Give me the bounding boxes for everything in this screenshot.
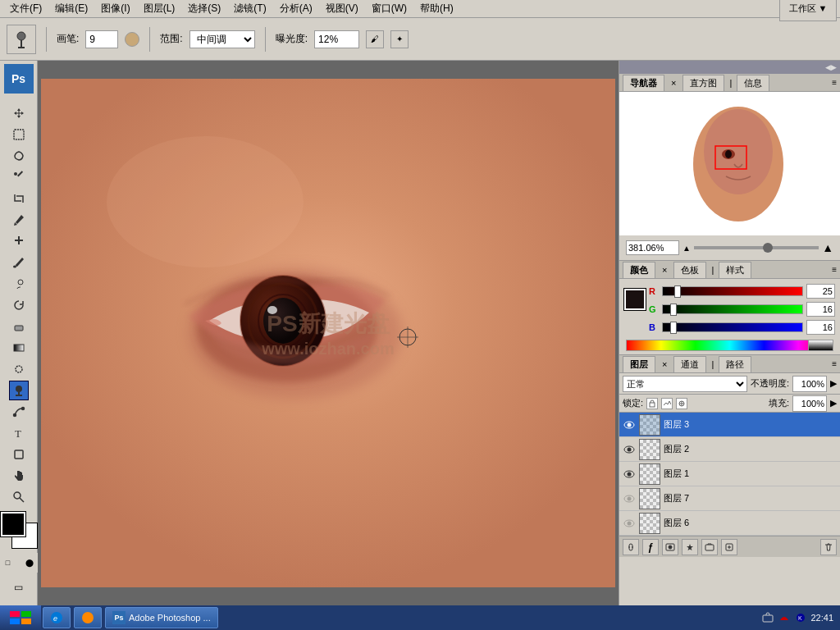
menu-file[interactable]: 文件(F) (3, 0, 48, 17)
layer-7-visibility[interactable] (623, 492, 636, 505)
range-select[interactable]: 中间调 阴影 高光 (189, 30, 255, 48)
foreground-color-swatch[interactable] (1, 512, 25, 536)
layer-1-thumb (639, 463, 660, 485)
tab-layers[interactable]: 图层 (623, 356, 655, 372)
layer-mask-btn[interactable] (662, 539, 678, 555)
lock-image-btn[interactable] (661, 398, 673, 409)
menu-select[interactable]: 选择(S) (181, 0, 227, 17)
brush-size-input[interactable] (85, 30, 118, 48)
tab-swatches[interactable]: 色板 (673, 262, 706, 278)
eraser-tool[interactable] (9, 317, 29, 336)
lock-label: 锁定: (623, 397, 643, 409)
magic-wand-tool[interactable] (9, 167, 29, 187)
lock-transparent-btn[interactable] (646, 398, 658, 409)
history-brush-tool[interactable] (9, 295, 29, 315)
layer-2-visibility[interactable] (623, 443, 636, 456)
menu-image[interactable]: 图像(I) (94, 0, 136, 17)
lasso-tool[interactable] (9, 146, 29, 166)
b-slider-thumb[interactable] (670, 322, 677, 334)
layer-item-1[interactable]: 图层 1 (619, 462, 840, 486)
menu-window[interactable]: 窗口(W) (365, 0, 413, 17)
opacity-arrow[interactable]: ▶ (830, 378, 837, 389)
layer-item-2[interactable]: 图层 2 (619, 437, 840, 462)
g-slider-thumb[interactable] (670, 304, 677, 316)
canvas-area[interactable]: PS新建光盘 www.iozhan.com (38, 61, 619, 605)
nav-panel-menu[interactable]: ≡ (832, 78, 837, 87)
path-tool[interactable] (9, 402, 29, 422)
layer-group-btn[interactable] (701, 539, 718, 555)
layer-new-btn[interactable] (721, 539, 737, 555)
shape-tool[interactable] (9, 445, 29, 464)
taskbar-item-media[interactable] (74, 607, 102, 628)
healing-tool[interactable] (9, 231, 29, 251)
tab-info[interactable]: 信息 (737, 75, 769, 91)
collapse-btn-1[interactable]: ◀▶ (825, 63, 837, 71)
menu-filter[interactable]: 滤镜(T) (227, 0, 272, 17)
svg-point-48 (628, 472, 632, 476)
layers-panel-menu[interactable]: ≡ (832, 359, 837, 368)
tab-color[interactable]: 颜色 (623, 262, 655, 278)
layer-1-visibility[interactable] (623, 468, 636, 481)
menu-analyze[interactable]: 分析(A) (273, 0, 319, 17)
screen-mode[interactable]: ▭ (9, 578, 29, 597)
layer-3-visibility[interactable] (623, 418, 636, 431)
r-slider-thumb[interactable] (674, 285, 681, 298)
tray-icon-kaspersky: K (794, 611, 807, 624)
taskbar-item-ps[interactable]: Ps Adobe Photoshop ... (105, 607, 218, 628)
g-value-input[interactable]: 16 (806, 302, 835, 317)
selection-tool[interactable] (9, 125, 29, 144)
exposure-input[interactable] (314, 30, 359, 48)
tab-histogram[interactable]: 直方图 (682, 75, 724, 91)
color-fg-swatch[interactable] (624, 289, 646, 310)
tool-row-7 (9, 231, 29, 251)
layer-delete-btn[interactable] (820, 539, 837, 555)
blend-mode-select[interactable]: 正常 溶解 正片叠底 (623, 376, 747, 392)
crop-tool[interactable] (9, 189, 29, 208)
protect-tone-toggle[interactable]: ✦ (390, 30, 409, 48)
eyedropper-tool[interactable] (9, 210, 29, 230)
menu-layer[interactable]: 图层(L) (137, 0, 182, 17)
clone-stamp-tool[interactable] (9, 274, 29, 294)
layer-adjustment-btn[interactable] (682, 539, 698, 555)
color-panel-menu[interactable]: ≡ (832, 265, 837, 274)
layer-6-visibility[interactable] (623, 517, 636, 530)
zoom-input[interactable] (626, 240, 679, 255)
dodge-tool[interactable] (9, 381, 29, 400)
layer-style-btn[interactable]: ƒ (642, 539, 659, 555)
canvas[interactable]: PS新建光盘 www.iozhan.com (41, 79, 615, 587)
taskbar-item-ie[interactable]: e (43, 607, 71, 628)
hand-tool[interactable] (9, 466, 29, 486)
lock-position-btn[interactable] (676, 398, 687, 409)
standard-mode[interactable]: □ (0, 553, 18, 573)
layer-link-btn[interactable] (623, 539, 639, 555)
gradient-tool[interactable] (9, 338, 29, 358)
brush-tool[interactable] (9, 253, 29, 272)
svg-rect-39 (650, 403, 655, 407)
zoom-slider[interactable] (694, 246, 819, 249)
svg-point-18 (14, 492, 21, 499)
layer-item-7[interactable]: 图层 7 (619, 486, 840, 511)
color-spectrum-bar[interactable] (626, 340, 833, 351)
layer-item-3[interactable]: 图层 3 (619, 413, 840, 437)
menu-help[interactable]: 帮助(H) (413, 0, 460, 17)
move-tool[interactable] (9, 103, 29, 123)
b-value-input[interactable]: 16 (806, 320, 835, 335)
start-button[interactable] (0, 605, 41, 630)
tab-navigator[interactable]: 导航器 (623, 75, 664, 91)
tab-paths[interactable]: 路径 (719, 356, 751, 372)
r-value-input[interactable]: 25 (806, 284, 835, 299)
tab-styles[interactable]: 样式 (719, 262, 751, 278)
tab-channels[interactable]: 通道 (673, 356, 706, 372)
zoom-tool[interactable] (9, 487, 29, 507)
quickmask-mode[interactable]: ⬤ (20, 553, 39, 573)
airbrush-toggle[interactable]: 🖌 (366, 30, 384, 48)
fill-arrow[interactable]: ▶ (830, 398, 837, 409)
text-tool[interactable]: T (9, 423, 29, 443)
fill-input[interactable] (792, 395, 827, 412)
opacity-input[interactable] (792, 376, 827, 392)
blur-tool[interactable] (9, 359, 29, 379)
workspace-btn[interactable]: 工作区 ▼ (779, 0, 837, 21)
menu-view[interactable]: 视图(V) (319, 0, 365, 17)
menu-edit[interactable]: 编辑(E) (48, 0, 94, 17)
layer-item-6[interactable]: 图层 6 (619, 511, 840, 536)
